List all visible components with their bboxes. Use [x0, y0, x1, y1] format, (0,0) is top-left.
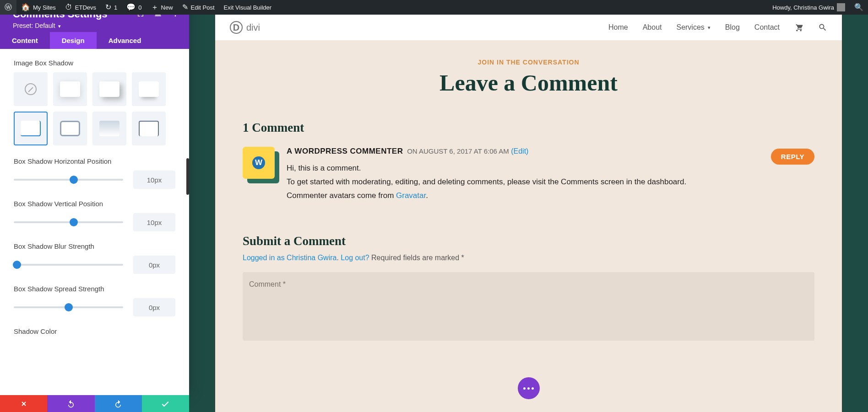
slider-vpos: Box Shadow Vertical Position [14, 200, 175, 231]
slider-hpos: Box Shadow Horizontal Position [14, 157, 175, 189]
nav-about[interactable]: About [643, 23, 662, 32]
refresh-icon: ↻ [105, 4, 111, 11]
hpos-input[interactable] [133, 171, 175, 189]
wordpress-icon: ⓦ [5, 4, 12, 11]
spread-slider[interactable] [14, 306, 123, 308]
spread-label: Box Shadow Spread Strength [14, 285, 175, 293]
slider-spread: Box Shadow Spread Strength [14, 285, 175, 316]
tab-design[interactable]: Design [50, 32, 97, 49]
comment-meta: A WORDPRESS COMMENTER ON AUGUST 6, 2017 … [287, 147, 814, 156]
logo-icon: D [230, 21, 243, 34]
nav-services[interactable]: Services▾ [676, 23, 710, 32]
blur-slider[interactable] [14, 264, 123, 266]
reply-button[interactable]: REPLY [771, 149, 814, 165]
comment-body: A WORDPRESS COMMENTER ON AUGUST 6, 2017 … [287, 147, 814, 202]
preset-label: Preset: Default [13, 22, 55, 29]
hpos-label: Box Shadow Horizontal Position [14, 157, 175, 165]
site-logo[interactable]: D divi [230, 21, 260, 34]
gauge-icon: ⏱ [65, 4, 72, 11]
shadow-preset-5[interactable] [53, 112, 87, 145]
exit-visual-builder[interactable]: Exit Visual Builder [219, 0, 277, 15]
comments-module: JOIN IN THE CONVERSATION Leave a Comment… [215, 40, 842, 377]
gravatar-link[interactable]: Gravatar [396, 191, 426, 200]
comment-date: AUGUST 6, 2017 AT 6:06 AM [419, 147, 509, 155]
logo-text: divi [246, 22, 260, 33]
tab-content[interactable]: Content [0, 32, 50, 49]
comment-line-1: Hi, this is a comment. [287, 161, 814, 175]
comment-text: Hi, this is a comment. To get started wi… [287, 161, 814, 202]
new-content-item[interactable]: ＋New [146, 0, 178, 15]
search-icon[interactable] [818, 23, 827, 32]
hpos-slider[interactable] [14, 179, 123, 181]
preview-area: D divi Home About Services▾ Blog Contact… [189, 15, 868, 412]
updates-item[interactable]: ↻1 [101, 0, 122, 15]
undo-button[interactable] [47, 395, 94, 412]
shadow-preset-3[interactable] [132, 72, 166, 106]
chevron-down-icon: ▾ [58, 23, 61, 29]
my-sites-label: My Sites [33, 4, 56, 11]
vpos-input[interactable] [133, 213, 175, 231]
sidebar-resize-handle[interactable] [186, 158, 189, 195]
comments-heading: Leave a Comment [243, 70, 814, 96]
blur-input[interactable] [133, 256, 175, 274]
settings-sidebar: Comments Settings Preset: Default ▾ Cont… [0, 0, 189, 395]
logged-in-link[interactable]: Logged in as Christina Gwira [243, 254, 336, 262]
vpos-label: Box Shadow Vertical Position [14, 200, 175, 208]
my-sites-item[interactable]: 🏠My Sites [16, 0, 60, 15]
logout-link[interactable]: Log out? [341, 254, 369, 262]
sidebar-tabs: Content Design Advanced [0, 32, 189, 49]
comment-textarea[interactable]: Comment * [243, 272, 814, 341]
comment-avatar: W [243, 147, 275, 179]
comments-item[interactable]: 💬0 [122, 0, 146, 15]
nav-contact[interactable]: Contact [754, 23, 780, 32]
submit-meta: Logged in as Christina Gwira. Log out? R… [243, 254, 814, 262]
site-name-item[interactable]: ⏱ETDevs [60, 0, 101, 15]
kicker-text: JOIN IN THE CONVERSATION [243, 59, 814, 66]
sidebar-actionbar [0, 395, 189, 412]
avatar-icon [837, 3, 845, 11]
cart-icon[interactable] [794, 23, 803, 32]
page-canvas: D divi Home About Services▾ Blog Contact… [215, 15, 842, 412]
svg-point-2 [175, 15, 176, 16]
tab-advanced[interactable]: Advanced [97, 32, 153, 49]
preset-dropdown[interactable]: Preset: Default ▾ [13, 22, 176, 29]
date-prefix: ON [407, 147, 418, 155]
period: . [426, 191, 428, 200]
plus-icon: ＋ [151, 4, 158, 11]
search-item[interactable]: 🔍 [850, 0, 868, 15]
cancel-button[interactable] [0, 395, 47, 412]
save-button[interactable] [142, 395, 189, 412]
submit-comment-heading: Submit a Comment [243, 234, 814, 248]
shadow-preset-grid [14, 72, 175, 145]
builder-fab[interactable] [518, 377, 540, 399]
my-account-item[interactable]: Howdy, Christina Gwira [768, 0, 850, 15]
redo-button[interactable] [95, 395, 142, 412]
site-header: D divi Home About Services▾ Blog Contact [215, 15, 842, 40]
shadow-preset-6[interactable] [92, 112, 126, 145]
vpos-slider[interactable] [14, 221, 123, 223]
shadow-preset-4[interactable] [14, 112, 48, 145]
required-text: Required fields are marked * [371, 254, 464, 262]
wp-admin-bar: ⓦ 🏠My Sites ⏱ETDevs ↻1 💬0 ＋New ✎Edit Pos… [0, 0, 868, 15]
sidebar-body: Image Box Shadow Box Shadow Horizontal P… [0, 49, 189, 395]
nav-blog[interactable]: Blog [725, 23, 740, 32]
wp-badge-icon: W [252, 156, 265, 169]
updates-count: 1 [114, 4, 117, 11]
shadow-preset-none[interactable] [14, 72, 48, 106]
image-box-shadow-label: Image Box Shadow [14, 59, 175, 67]
nav-home[interactable]: Home [608, 23, 628, 32]
edit-post-item[interactable]: ✎Edit Post [178, 0, 219, 15]
sites-icon: 🏠 [21, 4, 30, 11]
spread-input[interactable] [133, 298, 175, 316]
comment-line-2: To get started with moderating, editing,… [287, 175, 814, 189]
wp-logo-item[interactable]: ⓦ [0, 0, 16, 15]
shadow-preset-2[interactable] [92, 72, 126, 106]
search-icon: 🔍 [854, 4, 863, 11]
shadow-preset-1[interactable] [53, 72, 87, 106]
exit-label: Exit Visual Builder [224, 4, 272, 11]
site-name-label: ETDevs [75, 4, 96, 11]
shadow-preset-7[interactable] [132, 112, 166, 145]
edit-post-label: Edit Post [191, 4, 215, 11]
edit-comment-link[interactable]: (Edit) [511, 147, 528, 155]
howdy-label: Howdy, Christina Gwira [772, 4, 834, 11]
